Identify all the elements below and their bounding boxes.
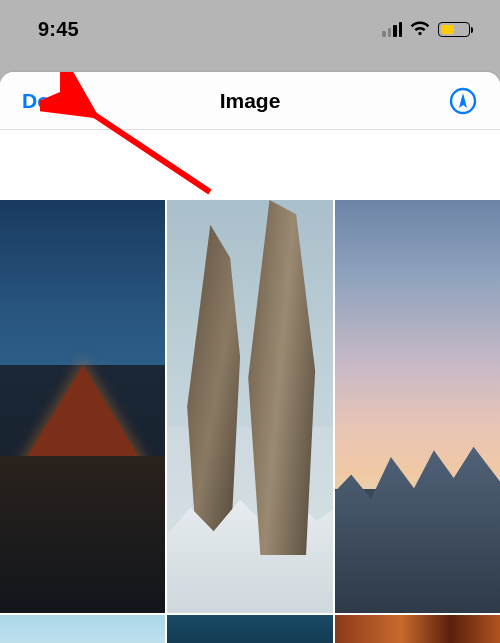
image-picker-sheet: Done Image <box>0 72 500 643</box>
photo-thumbnail[interactable] <box>0 615 165 643</box>
nav-bar: Done Image <box>0 72 500 130</box>
photo-thumbnail[interactable] <box>335 200 500 613</box>
battery-icon <box>438 22 470 37</box>
battery-fill <box>441 25 454 34</box>
photo-thumbnail[interactable] <box>167 200 332 613</box>
photo-thumbnail[interactable] <box>335 615 500 643</box>
nav-title: Image <box>0 89 500 113</box>
status-icons <box>382 21 470 37</box>
done-button[interactable]: Done <box>22 89 75 113</box>
markup-button[interactable] <box>448 86 478 116</box>
photo-grid-area[interactable] <box>0 130 500 643</box>
cellular-icon <box>382 21 402 37</box>
status-bar: 9:45 <box>0 0 500 58</box>
photo-thumbnail[interactable] <box>167 615 332 643</box>
photo-grid <box>0 200 500 643</box>
photo-thumbnail[interactable] <box>0 200 165 613</box>
wifi-icon <box>409 21 431 37</box>
status-time: 9:45 <box>38 18 79 41</box>
markup-icon <box>449 87 477 115</box>
